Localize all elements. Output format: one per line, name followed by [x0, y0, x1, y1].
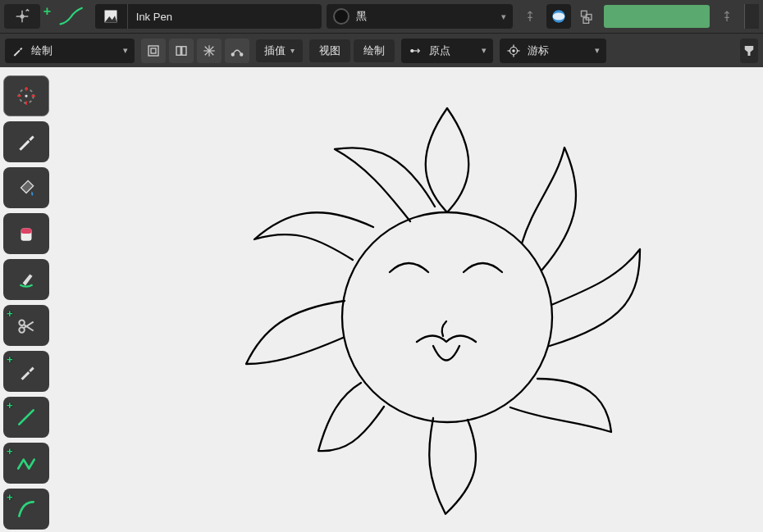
multiframe-button[interactable] [169, 39, 194, 63]
svg-point-26 [513, 49, 514, 51]
draw-menu[interactable]: 绘制 [354, 39, 395, 62]
mode-label: 绘制 [31, 43, 117, 58]
globe-button[interactable] [546, 4, 571, 29]
view-menu[interactable]: 视图 [309, 39, 350, 62]
layers-icon[interactable] [576, 4, 599, 29]
arc-tool[interactable]: + [3, 489, 49, 530]
svg-rect-10 [151, 48, 156, 53]
chevron-down-icon: ▾ [123, 45, 128, 56]
plus-icon: + [7, 491, 13, 503]
plus-icon: + [43, 4, 51, 19]
polyline-tool[interactable]: + [3, 443, 49, 484]
svg-rect-11 [176, 46, 180, 55]
pin-button-2[interactable] [715, 4, 739, 29]
pin-button[interactable] [518, 4, 542, 29]
curve-snap-button[interactable] [225, 39, 249, 63]
plus-icon: + [7, 445, 13, 457]
svg-rect-9 [148, 46, 158, 56]
svg-rect-12 [182, 46, 186, 55]
svg-rect-35 [21, 229, 32, 234]
stroke-preview [54, 4, 90, 29]
snap-button[interactable] [197, 39, 222, 63]
chevron-down-icon: ▾ [501, 11, 506, 22]
drawing-sun [0, 67, 763, 532]
chevron-down-icon: ▾ [482, 45, 487, 56]
canvas[interactable] [0, 67, 763, 532]
pivot-label: 原点 [429, 43, 475, 58]
chevron-down-icon: ▾ [290, 46, 295, 55]
main-toolbar: 绘制 ▾ 插值 ▾ 视图 绘制 原点 ▾ 游标 ▾ [0, 33, 763, 67]
svg-line-40 [19, 410, 33, 424]
color-select[interactable]: 黑 ▾ [327, 4, 513, 29]
cursor-label: 游标 [528, 43, 588, 58]
erase-tool[interactable] [3, 213, 49, 254]
tint-tool[interactable] [3, 259, 49, 300]
material-field[interactable]: Ink Pen [95, 4, 322, 29]
svg-point-18 [240, 53, 243, 56]
panel-edge[interactable] [744, 4, 759, 29]
top-bar: + Ink Pen 黑 ▾ [0, 0, 763, 33]
color-name: 黑 [356, 9, 495, 24]
fill-tool[interactable] [3, 167, 49, 208]
material-name: Ink Pen [128, 11, 322, 23]
draw-label: 绘制 [363, 43, 385, 58]
plus-icon: + [7, 307, 13, 320]
chevron-down-icon: ▾ [595, 45, 600, 56]
selection-group [141, 39, 249, 63]
material-icon [95, 4, 128, 29]
svg-point-19 [411, 49, 413, 52]
frame-button[interactable] [141, 39, 166, 63]
line-tool[interactable]: + [3, 397, 49, 438]
color-swatch-icon [333, 8, 350, 25]
plus-icon: + [7, 399, 13, 412]
mode-dropdown[interactable]: 绘制 ▾ [5, 39, 135, 63]
toolbox: + + + + + [3, 75, 51, 532]
reference-button[interactable] [4, 4, 40, 29]
eyedropper-tool[interactable]: + [3, 351, 49, 392]
cutter-tool[interactable]: + [3, 305, 49, 346]
svg-point-33 [25, 94, 27, 97]
cursor-tool[interactable] [3, 75, 49, 116]
options-button[interactable] [740, 39, 758, 63]
view-label: 视图 [319, 43, 340, 58]
pivot-dropdown[interactable]: 原点 ▾ [401, 39, 493, 63]
cursor-dropdown[interactable]: 游标 ▾ [500, 39, 606, 63]
plus-icon: + [7, 353, 13, 366]
svg-point-17 [231, 53, 234, 56]
svg-point-2 [21, 15, 24, 18]
svg-point-27 [342, 212, 552, 422]
draw-tool[interactable] [3, 121, 49, 162]
layer-field[interactable] [604, 5, 710, 28]
insert-menu[interactable]: 插值 ▾ [256, 39, 303, 62]
insert-label: 插值 [264, 43, 286, 58]
